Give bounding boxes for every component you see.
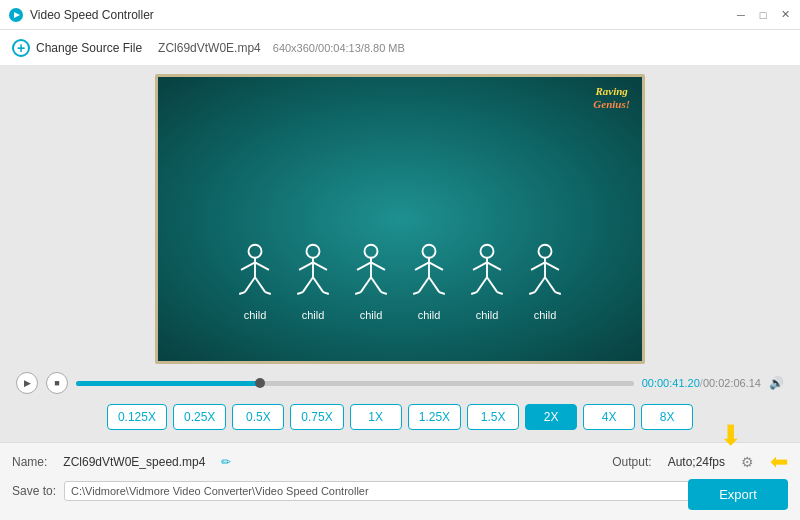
bottom-bar: Name: ZCl69dVtW0E_speed.mp4 ✏ Output: Au… [0,442,800,520]
playback-bar: ▶ ■ 00:00:41.20/00:02:06.14 🔊 [12,372,788,394]
svg-line-20 [357,262,371,269]
total-time: 00:02:06.14 [703,377,761,389]
time-display: 00:00:41.20/00:02:06.14 [642,377,761,389]
volume-icon[interactable]: 🔊 [769,376,784,390]
speed-button-2X[interactable]: 2X [525,404,577,430]
file-info: 640x360/00:04:13/8.80 MB [273,42,405,54]
export-arrow-icon: ⬇ [719,419,742,452]
current-time: 00:00:41.20 [642,377,700,389]
stick-figure-svg [462,242,512,307]
title-bar: Video Speed Controller ─ □ ✕ [0,0,800,30]
speed-button-4X[interactable]: 4X [583,404,635,430]
svg-point-26 [423,245,436,258]
bottom-row1: Name: ZCl69dVtW0E_speed.mp4 ✏ Output: Au… [12,449,788,475]
speed-button-075X[interactable]: 0.75X [290,404,343,430]
edit-icon[interactable]: ✏ [221,455,231,469]
figure-label: child [360,309,383,321]
svg-line-28 [415,262,429,269]
export-button[interactable]: Export [688,479,788,510]
svg-point-2 [249,245,262,258]
bottom-row2: Save to: ··· 📁 [12,480,788,502]
app-title: Video Speed Controller [30,8,734,22]
progress-track[interactable] [76,381,634,386]
svg-line-30 [419,277,429,292]
svg-line-17 [323,292,329,294]
plus-icon: + [12,39,30,57]
svg-line-36 [473,262,487,269]
svg-line-22 [361,277,371,292]
svg-line-48 [529,292,535,294]
settings-icon[interactable]: ⚙ [741,454,754,470]
svg-line-4 [241,262,255,269]
speed-button-05X[interactable]: 0.5X [232,404,284,430]
svg-line-16 [297,292,303,294]
close-button[interactable]: ✕ [778,8,792,22]
svg-line-47 [545,277,555,292]
speed-button-15X[interactable]: 1.5X [467,404,519,430]
svg-line-31 [429,277,439,292]
svg-line-12 [299,262,313,269]
figure-1: child [288,242,338,321]
speed-button-125X[interactable]: 1.25X [408,404,461,430]
stick-figure-svg [520,242,570,307]
figure-label: child [302,309,325,321]
svg-line-23 [371,277,381,292]
stick-figure-svg [404,242,454,307]
svg-point-34 [481,245,494,258]
figures-container: child child [230,242,570,321]
speed-button-1X[interactable]: 1X [350,404,402,430]
svg-line-44 [531,262,545,269]
window-controls: ─ □ ✕ [734,8,792,22]
speed-button-025X[interactable]: 0.25X [173,404,226,430]
video-preview: Raving Genius! child [155,74,645,364]
speed-button-8X[interactable]: 8X [641,404,693,430]
figure-4: child [462,242,512,321]
figure-0: child [230,242,280,321]
figure-label: child [244,309,267,321]
change-source-button[interactable]: + Change Source File [12,39,142,57]
svg-line-21 [371,262,385,269]
save-to-label: Save to: [12,484,56,498]
svg-line-25 [381,292,387,294]
svg-line-8 [239,292,245,294]
speed-controls: 0.125X0.25X0.5X0.75X1X1.25X1.5X2X4X8X [12,404,788,430]
svg-line-5 [255,262,269,269]
play-button[interactable]: ▶ [16,372,38,394]
svg-point-10 [307,245,320,258]
svg-line-7 [255,277,265,292]
figure-label: child [476,309,499,321]
name-label: Name: [12,455,47,469]
svg-point-18 [365,245,378,258]
svg-line-49 [555,292,561,294]
speed-button-0125X[interactable]: 0.125X [107,404,167,430]
figure-5: child [520,242,570,321]
figure-3: child [404,242,454,321]
svg-line-15 [313,277,323,292]
output-arrow-icon: ⬅ [770,449,788,475]
svg-line-37 [487,262,501,269]
progress-thumb [255,378,265,388]
restore-button[interactable]: □ [756,8,770,22]
svg-line-32 [413,292,419,294]
stop-button[interactable]: ■ [46,372,68,394]
svg-line-39 [487,277,497,292]
save-path-input[interactable] [64,481,716,501]
svg-line-46 [535,277,545,292]
video-logo: Raving Genius! [593,85,630,111]
svg-line-9 [265,292,271,294]
figure-label: child [534,309,557,321]
stick-figure-svg [288,242,338,307]
file-name: ZCl69dVtW0E.mp4 [158,41,261,55]
figure-2: child [346,242,396,321]
change-source-label: Change Source File [36,41,142,55]
svg-line-33 [439,292,445,294]
progress-fill [76,381,260,386]
output-label: Output: [612,455,651,469]
minimize-button[interactable]: ─ [734,8,748,22]
stick-figure-svg [346,242,396,307]
svg-line-14 [303,277,313,292]
svg-line-29 [429,262,443,269]
svg-line-38 [477,277,487,292]
svg-line-41 [497,292,503,294]
svg-line-40 [471,292,477,294]
